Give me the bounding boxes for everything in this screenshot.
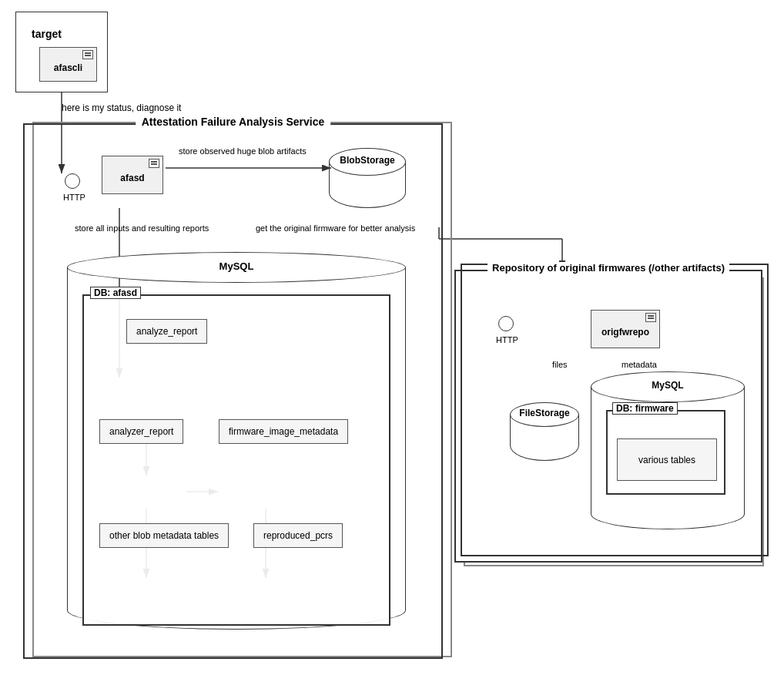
component-icon-afasd [149,159,159,168]
files-label: files [552,360,568,369]
reproduced-pcrs-table: reproduced_pcrs [253,523,343,548]
firmware-image-metadata-table: firmware_image_metadata [219,419,348,444]
repo-title: Repository of original firmwares (/other… [487,262,729,274]
component-icon-origfwrepo [645,313,656,322]
other-blob-metadata-table: other blob metadata tables [99,523,229,548]
service-box: Attestation Failure Analysis Service HTT… [23,123,443,659]
db-afasd-label: DB: afasd [90,287,141,299]
component-icon-afascli [82,50,93,59]
repo-mysql-container: MySQL DB: firmware various tables [591,371,745,541]
other-blob-metadata-label: other blob metadata tables [109,530,219,541]
origfwrepo-component: origfwrepo [591,310,660,348]
origfwrepo-label: origfwrepo [601,327,649,338]
metadata-label: metadata [622,360,657,369]
mysql-cylinder: MySQL DB: afasd analyze_report analyzer_… [67,252,406,641]
firmware-image-metadata-label: firmware_image_metadata [229,426,338,437]
analyzer-report-table: analyzer_report [99,419,183,444]
db-firmware-box: DB: firmware various tables [606,410,725,495]
blob-body [329,162,406,208]
afasd-label: afasd [120,173,144,183]
fs-body [510,415,579,461]
afascli-label: afascli [54,62,82,73]
analyze-report-table: analyze_report [126,319,207,344]
reproduced-pcrs-label: reproduced_pcrs [263,530,333,541]
blob-arrow-label: store observed huge blob artifacts [179,146,307,156]
diagram-container: target afascli here is my status, diagno… [0,0,784,692]
afasd-component: afasd [102,156,163,194]
analyzer-report-label: analyzer_report [109,426,173,437]
http-label-afasd: HTTP [63,193,85,202]
mysql-arrow-label: store all inputs and resulting reports [75,223,209,233]
status-label: here is my status, diagnose it [62,102,181,113]
repo-box: Repository of original firmwares (/other… [454,270,762,563]
various-tables-box: various tables [617,438,717,481]
db-afasd-box: DB: afasd analyze_report analyzer_report… [82,294,390,626]
http-label-repo: HTTP [496,335,518,344]
various-tables-label: various tables [638,455,695,465]
afascli-component: afascli [39,47,97,82]
target-box: target afascli [15,12,108,92]
db-firmware-label: DB: firmware [612,402,678,415]
target-label: target [32,28,62,40]
firmware-arrow-label: get the original firmware for better ana… [256,223,425,233]
http-circle-repo [498,316,514,331]
http-circle-afasd [65,173,80,189]
analyze-report-label: analyze_report [136,326,197,337]
service-title: Attestation Failure Analysis Service [136,116,331,128]
